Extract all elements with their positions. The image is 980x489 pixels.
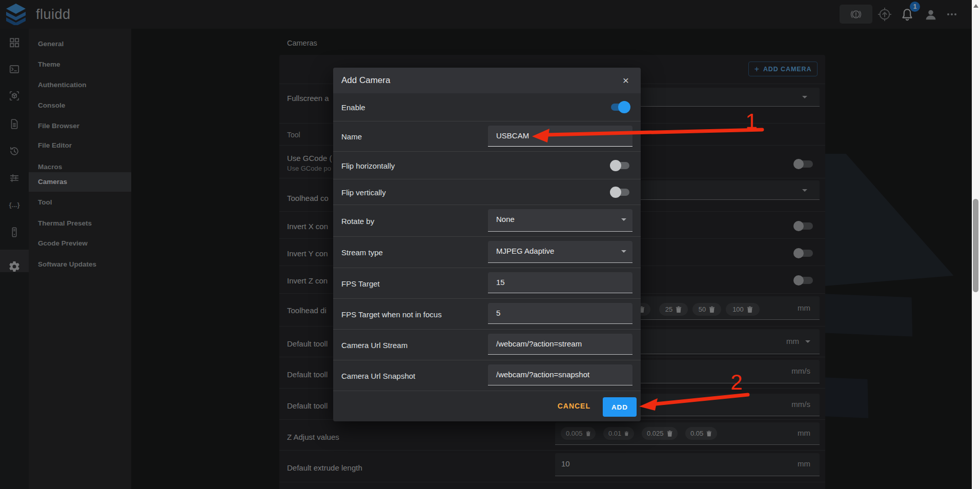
- stream-type-label: Stream type: [341, 248, 383, 257]
- stream-type-value: MJPEG Adaptive: [496, 247, 554, 255]
- camera-url-stream-input[interactable]: /webcam/?action=stream: [488, 334, 632, 355]
- enable-toggle[interactable]: [611, 104, 629, 111]
- name-label: Name: [341, 132, 362, 141]
- rotate-by-label: Rotate by: [341, 216, 374, 225]
- dialog-title: Add Camera: [341, 68, 390, 93]
- camera-url-snapshot-row: Camera Url Snapshot /webcam/?action=snap…: [333, 360, 641, 391]
- name-row: Name USBCAM: [333, 121, 641, 152]
- rotate-by-row: Rotate by None: [333, 205, 641, 237]
- camera-url-stream-label: Camera Url Stream: [341, 340, 407, 349]
- camera-url-snapshot-label: Camera Url Snapshot: [341, 371, 415, 380]
- scroll-up-arrow-icon[interactable]: [973, 4, 978, 8]
- name-input[interactable]: USBCAM: [488, 126, 632, 147]
- camera-url-snapshot-input[interactable]: /webcam/?action=snapshot: [488, 364, 632, 385]
- fps-target-unfocused-label: FPS Target when not in focus: [341, 310, 442, 318]
- flip-horizontal-label: Flip horizontally: [341, 161, 395, 170]
- fps-target-unfocused-input[interactable]: 5: [488, 303, 632, 324]
- stream-type-select[interactable]: MJPEG Adaptive: [488, 241, 632, 263]
- dialog-actions: CANCEL ADD: [333, 391, 641, 421]
- fps-target-unfocused-row: FPS Target when not in focus 5: [333, 299, 641, 330]
- scrollbar[interactable]: [972, 0, 980, 489]
- scrollbar-thumb[interactable]: [973, 199, 978, 292]
- flip-horizontal-row: Flip horizontally: [333, 152, 641, 179]
- chevron-down-icon: [621, 218, 626, 221]
- dialog-header: Add Camera ×: [333, 68, 641, 93]
- app-root: fluidd 1: [0, 0, 980, 489]
- camera-url-stream-row: Camera Url Stream /webcam/?action=stream: [333, 330, 641, 360]
- add-camera-dialog: Add Camera × Enable Name USBCAM Flip hor…: [333, 68, 641, 421]
- enable-row: Enable: [333, 93, 641, 121]
- cancel-button[interactable]: CANCEL: [555, 401, 594, 411]
- fps-target-row: FPS Target 15: [333, 268, 641, 299]
- fps-target-input[interactable]: 15: [488, 272, 632, 293]
- fps-target-label: FPS Target: [341, 279, 380, 288]
- rotate-by-select[interactable]: None: [488, 209, 632, 232]
- chevron-down-icon: [621, 250, 626, 253]
- flip-vertical-toggle[interactable]: [611, 189, 629, 196]
- stream-type-row: Stream type MJPEG Adaptive: [333, 237, 641, 268]
- flip-vertical-label: Flip vertically: [341, 188, 386, 196]
- enable-label: Enable: [341, 103, 365, 112]
- flip-vertical-row: Flip vertically: [333, 179, 641, 205]
- add-button[interactable]: ADD: [603, 397, 637, 417]
- rotate-by-value: None: [496, 215, 515, 223]
- flip-horizontal-toggle[interactable]: [611, 162, 629, 169]
- close-icon[interactable]: ×: [619, 74, 632, 87]
